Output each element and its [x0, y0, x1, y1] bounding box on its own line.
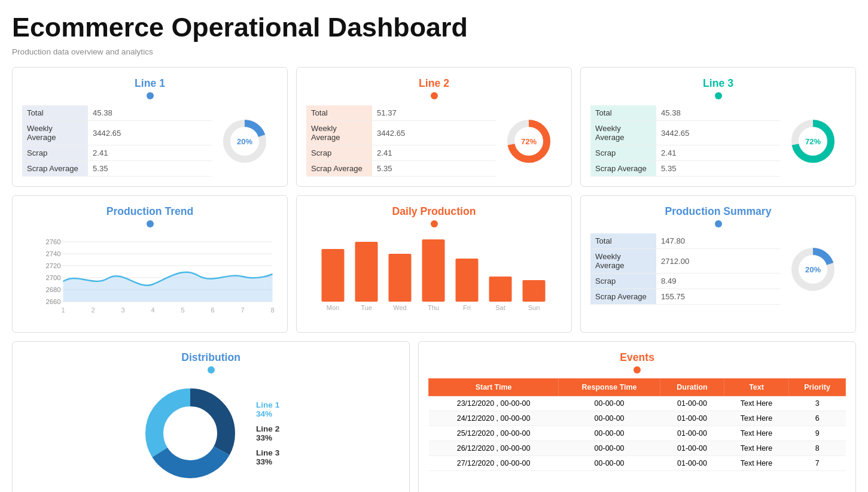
table-row: 25/12/2020 , 00-00-0000-00-0001-00-00Tex… [429, 426, 846, 441]
svg-text:Sun: Sun [528, 304, 540, 311]
line2-stats-row: Total51.37 Weekly Average3442.65 Scrap2.… [306, 105, 562, 177]
line2-legend: Line 2 33% [256, 424, 279, 442]
events-dot [634, 366, 641, 373]
distribution-card: Distribution [12, 341, 410, 492]
table-row: Scrap8.49 [590, 274, 780, 289]
table-row: Weekly Average3442.65 [590, 121, 780, 145]
line3-title: Line 3 [590, 77, 846, 90]
line2-dot [431, 92, 438, 99]
svg-text:2: 2 [91, 306, 95, 314]
events-title: Events [428, 351, 846, 364]
col-duration: Duration [660, 379, 724, 396]
table-row: 24/12/2020 , 00-00-0000-00-0001-00-00Tex… [429, 411, 846, 426]
svg-rect-29 [322, 249, 345, 302]
table-row: 23/12/2020 , 00-00-0000-00-0001-00-00Tex… [429, 396, 846, 411]
line3-donut: 72% [780, 105, 846, 177]
col-start-time: Start Time [429, 379, 559, 396]
svg-text:5: 5 [181, 306, 184, 314]
distribution-title: Distribution [22, 351, 400, 364]
distribution-chart-wrap: Line 1 34% Line 2 33% Line 3 33% [22, 379, 400, 487]
line2-stats-table: Total51.37 Weekly Average3442.65 Scrap2.… [306, 105, 496, 177]
svg-text:2760: 2760 [46, 238, 61, 245]
line3-stats-table: Total45.38 Weekly Average3442.65 Scrap2.… [590, 105, 780, 177]
table-row: Total45.38 [22, 105, 212, 121]
page-title: Ecommerce Operational Dashboard [12, 12, 856, 42]
table-row: Scrap Average155.75 [590, 289, 780, 305]
svg-rect-32 [422, 239, 445, 302]
svg-rect-34 [489, 277, 512, 302]
line1-legend: Line 1 34% [256, 400, 279, 418]
line1-dot [147, 92, 154, 99]
col-text: Text [724, 379, 788, 396]
production-summary-stats-row: Total147.80 Weekly Average2712.00 Scrap8… [590, 233, 846, 305]
svg-text:3: 3 [121, 306, 124, 314]
top-row: Line 1 Total45.38 Weekly Average3442.65 … [12, 67, 856, 187]
production-summary-stats-table: Total147.80 Weekly Average2712.00 Scrap8… [590, 233, 780, 305]
bottom-row: Distribution [12, 341, 856, 492]
page-subtitle: Production data overview and analytics [12, 47, 856, 56]
line3-legend: Line 3 33% [256, 448, 279, 466]
svg-point-50 [164, 407, 217, 460]
svg-text:2740: 2740 [46, 250, 61, 257]
svg-text:6: 6 [211, 306, 214, 314]
line1-donut: 20% [212, 105, 278, 177]
svg-text:72%: 72% [521, 137, 537, 146]
table-row: Weekly Average2712.00 [590, 249, 780, 274]
production-summary-donut: 20% [780, 233, 846, 305]
events-card: Events Start Time Response Time Duration… [418, 341, 856, 492]
daily-production-dot [431, 220, 438, 227]
line1-stats-row: Total45.38 Weekly Average3442.65 Scrap2.… [22, 105, 278, 177]
daily-production-chart: Mon Tue Wed Thu Fri Sat Sun [306, 233, 562, 320]
events-table: Start Time Response Time Duration Text P… [428, 378, 846, 471]
line3-stats-row: Total45.38 Weekly Average3442.65 Scrap2.… [590, 105, 846, 177]
table-row: 27/12/2020 , 00-00-0000-00-0001-00-00Tex… [429, 456, 846, 471]
table-row: Weekly Average3442.65 [306, 121, 496, 145]
distribution-dot [208, 366, 215, 373]
col-response-time: Response Time [558, 379, 660, 396]
table-row: Weekly Average3442.65 [22, 121, 212, 145]
svg-text:2700: 2700 [46, 274, 61, 281]
svg-text:7: 7 [240, 306, 244, 314]
svg-text:2680: 2680 [46, 286, 61, 293]
production-summary-title: Production Summary [590, 205, 846, 218]
table-row: Scrap Average5.35 [306, 161, 496, 177]
table-row: 26/12/2020 , 00-00-0000-00-0001-00-00Tex… [429, 441, 846, 456]
production-trend-card: Production Trend 2760 2740 2720 2700 268… [12, 195, 288, 333]
events-table-header: Start Time Response Time Duration Text P… [429, 379, 846, 396]
svg-rect-33 [456, 259, 479, 302]
svg-text:72%: 72% [805, 137, 821, 146]
col-priority: Priority [789, 379, 846, 396]
production-trend-title: Production Trend [22, 205, 278, 218]
table-row: Total51.37 [306, 105, 496, 121]
table-row: Scrap2.41 [22, 145, 212, 161]
line1-title: Line 1 [22, 77, 278, 90]
svg-rect-35 [523, 280, 546, 302]
line1-card: Line 1 Total45.38 Weekly Average3442.65 … [12, 67, 288, 187]
svg-text:Fri: Fri [463, 304, 471, 311]
daily-production-card: Daily Production Mon Tue Wed Thu Fri Sat [296, 195, 572, 333]
daily-production-title: Daily Production [306, 205, 562, 218]
line2-card: Line 2 Total51.37 Weekly Average3442.65 … [296, 67, 572, 187]
table-row: Total147.80 [590, 233, 780, 249]
table-row: Scrap2.41 [306, 145, 496, 161]
table-row: Total45.38 [590, 105, 780, 121]
svg-text:Wed: Wed [393, 304, 406, 311]
svg-text:Tue: Tue [361, 304, 372, 311]
svg-text:1: 1 [61, 306, 65, 314]
production-trend-dot [147, 220, 154, 227]
svg-text:Sat: Sat [495, 304, 505, 311]
production-summary-dot [715, 220, 722, 227]
distribution-donut-svg [142, 385, 238, 481]
svg-text:Mon: Mon [327, 304, 339, 311]
svg-text:Thu: Thu [428, 304, 439, 311]
production-summary-card: Production Summary Total147.80 Weekly Av… [580, 195, 856, 333]
table-row: Scrap Average5.35 [22, 161, 212, 177]
production-trend-chart: 2760 2740 2720 2700 2680 2660 1 2 3 4 5 … [22, 233, 278, 320]
middle-row: Production Trend 2760 2740 2720 2700 268… [12, 195, 856, 333]
table-row: Scrap Average5.35 [590, 161, 780, 177]
table-row: Scrap2.41 [590, 145, 780, 161]
svg-rect-30 [355, 242, 378, 302]
line3-dot [715, 92, 722, 99]
svg-text:4: 4 [151, 306, 154, 314]
line2-donut: 72% [496, 105, 562, 177]
